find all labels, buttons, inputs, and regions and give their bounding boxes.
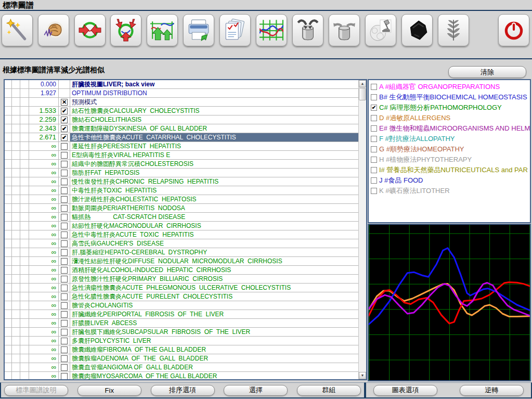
table-row[interactable]: 1.533✔結石性膽囊炎CALCULARY CHOLECYSTITIS [5,107,359,115]
table-row[interactable]: ∞結節性肝硬化MACRONODULAR CIRRHOSIS [5,222,359,230]
category-item[interactable]: G #順勢療法HOMEOPATHY [369,144,530,155]
empty-container-button[interactable] [329,14,360,46]
table-row[interactable]: ∞瀰漫性結節性肝硬化DIFFUSE NODULAR MICROMODULAR C… [5,257,359,266]
row-checkbox[interactable]: ✔ [61,117,68,123]
table-row[interactable]: ∞中毒性肝炎TOXIC HEPATITIS [5,186,359,195]
category-checkbox[interactable] [371,125,377,132]
row-checkbox[interactable] [61,143,68,150]
category-checkbox[interactable] [371,84,377,90]
category-item[interactable]: K #礦石療法LITOTHER [369,186,530,196]
print-button[interactable] [183,14,214,46]
table-row[interactable]: ∞原發性膽汁性肝硬化PRIMARY BILLIARIC CIRROSIS [5,275,359,284]
table-row[interactable]: ∞肝,腦萎縮症HEPATO-CEREBRAL DYSTROPHY [5,248,359,257]
row-checkbox[interactable] [61,249,68,256]
table-row[interactable]: ∞E型病毒性肝炎VIRAL HEPATITIS E [5,151,359,160]
row-checkbox[interactable] [61,355,68,362]
category-item[interactable]: I# 營養品和天然藥品NUTRICEUTICALS and PAR [369,165,530,175]
table-row[interactable]: ∞肝臟纖維化PERIPORTAL FIBROSIS OF THE LIVER [5,310,359,319]
row-checkbox[interactable] [61,178,68,185]
table-row[interactable]: ∞膽囊肉瘤MYOSARCOMA OF THE GALL BLADDER [5,372,359,379]
category-checkbox[interactable] [371,177,377,184]
category-item[interactable]: A #組織器官 ORGANOPREPARATIONS [369,82,530,92]
category-item[interactable]: F #對抗療法ALLOPATHY [369,134,530,144]
row-checkbox[interactable] [61,196,68,203]
table-row[interactable]: 0.000肝臟後視圖LIVER; back view [5,80,359,89]
table-row[interactable]: ∞慢性復發性肝炎CHRONIC RELAPSING HEPATITIS [5,177,359,186]
row-checkbox[interactable] [61,364,68,371]
footer-left-button[interactable]: 群組 [297,385,361,396]
fill-container-button[interactable] [292,14,323,46]
scroll-down-button[interactable]: ▼ [359,372,366,379]
row-checkbox[interactable] [61,267,68,274]
row-checkbox[interactable] [61,152,68,159]
table-row[interactable]: ∞膽囊纖維瘤FIBROMA OF THE GALL BLADDER [5,345,359,354]
category-checkbox[interactable] [371,167,377,173]
category-checkbox[interactable] [371,94,377,100]
category-item[interactable]: E# 微生物和蠕蟲MICROORGANISMS AND HELMI [369,123,530,134]
table-row[interactable]: ∞膽囊血管瘤ANGIOMA OF GALL BLADDER [5,363,359,372]
table-row[interactable]: ∞多囊肝POLYCYSTIC LIVER [5,337,359,345]
row-checkbox[interactable] [61,276,68,282]
category-checkbox[interactable] [371,146,377,152]
microscope-button[interactable] [365,14,396,46]
category-checkbox[interactable] [371,188,377,194]
category-item[interactable]: B# 生化動態平衡BIOCHEMICAL HOMEOSTASIS [369,92,530,102]
table-row[interactable]: ∞貓抓熱 CAT-SCRATCH DISEASE [5,213,359,222]
table-row[interactable]: 2.259✔膽結石CHOLELITHIASIS [5,115,359,124]
category-checkbox[interactable] [371,157,377,163]
table-row[interactable]: ∞組織中的膽固醇異常沉積CHOLESTEROSIS [5,160,359,169]
category-item[interactable]: J #食品 FOOD [369,175,530,186]
table-row[interactable]: ∞膽管炎CHOLANGITIS [5,301,359,310]
row-checkbox[interactable] [61,302,68,309]
row-checkbox[interactable] [61,223,68,229]
category-item[interactable]: H #植物療法PHYTOTHERAPY [369,155,530,165]
vertical-scrollbar[interactable]: ▲ ▼ [358,80,366,379]
category-item[interactable]: ✔C# 病理形態分析PATHOMORPHOLOGY [369,102,530,113]
row-checkbox[interactable]: ✔ [61,134,68,141]
table-row[interactable]: ∞肝臟包膜下纖維化SUBCAPSULAR FIBROSIS OF THE LIV… [5,328,359,337]
plant-button[interactable] [438,14,469,46]
row-checkbox[interactable] [61,373,68,380]
footer-left-button[interactable]: 排序選項 [151,385,215,396]
table-row[interactable]: ∞肝膿腫LIVER ABCESS [5,319,359,328]
row-checkbox[interactable] [61,240,68,247]
row-checkbox[interactable]: ✔ [61,125,68,132]
import-spectra-button[interactable] [147,14,178,46]
power-button[interactable] [498,14,529,46]
table-row[interactable]: ∞膽汁淤積性肝炎CHOLESTATIC HEPATOSIS [5,195,359,204]
etalon-description-button[interactable]: 標準圖譜說明 [4,385,68,396]
category-checkbox[interactable]: ✔ [371,105,377,111]
row-checkbox[interactable] [61,258,68,265]
table-row[interactable]: ✕預測模式 [5,98,359,107]
footer-left-button[interactable]: 選擇 [224,385,288,396]
category-item[interactable]: D #過敏原ALLERGENS [369,113,530,123]
row-checkbox[interactable]: ✔ [61,108,68,114]
row-checkbox[interactable] [61,187,68,194]
row-checkbox[interactable] [61,205,68,212]
scroll-up-button[interactable]: ▲ [359,80,366,87]
table-row[interactable]: ∞高雪氏病GAUCHER'S DISEASE [5,239,359,248]
row-checkbox[interactable] [61,285,68,291]
graph-button[interactable] [256,14,287,46]
magic-wand-button[interactable] [2,14,33,46]
row-x-checkbox[interactable]: ✕ [61,99,68,106]
row-checkbox[interactable] [61,214,68,221]
merge-spectra-button[interactable] [110,14,141,46]
compare-spectra-button[interactable] [74,14,106,46]
footer-right-button[interactable]: 圖表選項 [373,385,437,396]
table-row[interactable]: ∞急性化膿性膽囊炎ACUTE PURELENT CHOLECYSTITIS [5,292,359,301]
row-checkbox[interactable] [61,161,68,168]
row-checkbox[interactable] [61,231,68,238]
category-checkbox[interactable] [371,136,377,142]
scrollbar-thumb[interactable] [359,88,366,100]
footer-right-button[interactable]: 逆轉 [460,385,524,396]
table-row[interactable]: ∞急性中毒性肝炎ACUTE TOXIC HEPATITIS [5,230,359,239]
stone-button[interactable] [401,14,433,46]
table-row[interactable]: 2.343✔膽囊運動障礙DYSKINESIA OF GALL BLADDER [5,124,359,133]
row-checkbox[interactable] [61,346,68,353]
row-checkbox[interactable] [61,338,68,344]
row-checkbox[interactable] [61,329,68,336]
table-row[interactable]: ∞脂肪肝FAT HEPATOSIS [5,169,359,177]
category-checkbox[interactable] [371,115,377,121]
footer-left-button[interactable]: Fix [77,385,141,396]
